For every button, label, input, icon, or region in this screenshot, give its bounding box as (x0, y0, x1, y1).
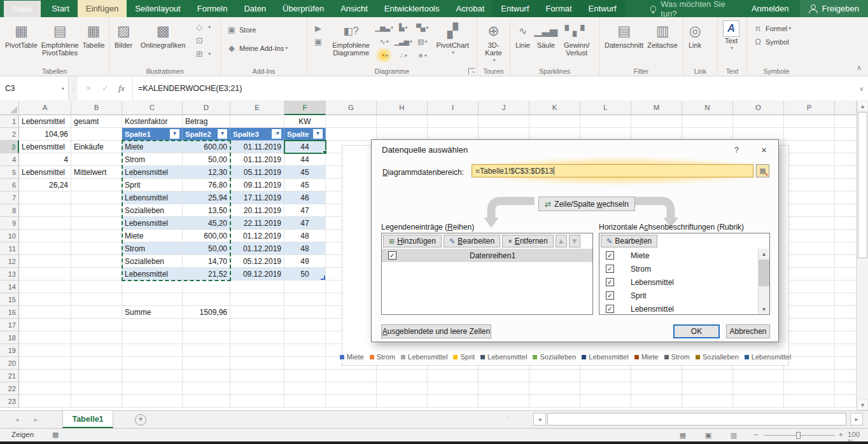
cell-X6[interactable] (835, 179, 857, 191)
row-header-5[interactable]: 5 (0, 166, 19, 179)
ribbon-tab-entwurf[interactable]: Entwurf (580, 0, 625, 17)
cell-M2[interactable] (631, 128, 682, 141)
radar-chart-icon[interactable]: ∗▾ (412, 48, 431, 62)
ribbon-tab-überprüfen[interactable]: Überprüfen (274, 0, 332, 17)
edit-categories-button[interactable]: ✎Bearbeiten (601, 235, 657, 247)
cell-N23[interactable] (682, 395, 733, 408)
cell-A15[interactable] (19, 293, 71, 306)
cell-B17[interactable] (71, 319, 122, 331)
cell-J21[interactable] (479, 370, 529, 382)
cell-A14[interactable] (19, 281, 71, 293)
cell-C5[interactable]: Lebensmittel (122, 166, 183, 179)
cell-P12[interactable] (784, 255, 835, 268)
cell-X8[interactable] (835, 204, 857, 217)
cell-O2[interactable] (733, 128, 784, 141)
column-header-P[interactable]: P (784, 101, 835, 115)
cell-D14[interactable] (183, 281, 230, 293)
page-break-view-icon[interactable]: ▥ (727, 430, 741, 440)
cell-L22[interactable] (580, 382, 631, 395)
cell-F4[interactable]: 44 (284, 153, 326, 166)
cell-A9[interactable] (19, 217, 71, 230)
row-header-9[interactable]: 9 (0, 217, 19, 230)
cell-P17[interactable] (784, 319, 835, 331)
cell-P21[interactable] (784, 370, 835, 382)
switch-row-column-button[interactable]: ⇄Zeile/Spalte wechseln (538, 197, 635, 211)
store-button[interactable]: ▣Store (224, 23, 290, 36)
cell-X20[interactable] (835, 357, 857, 370)
cell-D7[interactable]: 25,94 (183, 191, 230, 204)
cell-C11[interactable]: Strom (122, 242, 183, 255)
row-header-8[interactable]: 8 (0, 204, 19, 217)
cell-E7[interactable]: 17.11.2019 (230, 191, 284, 204)
cell-D19[interactable] (183, 344, 230, 357)
cell-G1[interactable] (326, 115, 377, 128)
column-chart-icon[interactable]: ▁▅▃▾ (374, 20, 393, 34)
cell-F10[interactable]: 48 (284, 230, 326, 242)
column-header-K[interactable]: K (529, 101, 580, 115)
cell-X1[interactable] (835, 115, 857, 128)
cell-B4[interactable] (71, 153, 122, 166)
scroll-down-icon[interactable]: ▼ (857, 399, 868, 410)
horizontal-scroll-thumb[interactable] (547, 413, 846, 426)
my-addins-button[interactable]: ◆Meine Add-Ins▾ (224, 41, 290, 55)
vertical-scroll-thumb[interactable] (858, 112, 867, 258)
row-header-17[interactable]: 17 (0, 319, 19, 331)
addin-embed-button[interactable]: ▣ (311, 35, 328, 48)
checkbox[interactable]: ✓ (606, 305, 614, 313)
column-header-J[interactable]: J (479, 101, 529, 115)
series-listbox[interactable]: ✓Datenreihen1 (381, 249, 593, 315)
cell-G23[interactable] (326, 395, 377, 408)
sparkline-line-button[interactable]: ∿Linie (514, 19, 532, 49)
shapes-button[interactable]: ◇▾ (192, 20, 213, 34)
name-box-dropdown-icon[interactable]: ▾ (62, 86, 64, 92)
cell-F6[interactable]: 45 (284, 179, 326, 191)
cell-F13[interactable]: 50 (284, 268, 326, 281)
new-sheet-icon[interactable]: + (135, 414, 146, 426)
list-item[interactable]: ✓Miete (599, 249, 769, 262)
cell-E19[interactable] (230, 344, 284, 357)
cell-D9[interactable]: 45,20 (183, 217, 230, 230)
cell-E18[interactable] (230, 331, 284, 344)
checkbox[interactable]: ✓ (606, 291, 614, 300)
cell-B15[interactable] (71, 293, 122, 306)
cell-X2[interactable] (835, 128, 857, 141)
recommended-pivottables-button[interactable]: ▤Empfohlene PivotTables (39, 19, 81, 57)
scroll-up-icon[interactable]: ▲ (759, 249, 769, 259)
cell-C17[interactable] (122, 319, 183, 331)
cell-E4[interactable]: 01.11.2019 (230, 153, 284, 166)
cell-A3[interactable]: Lebensmittel (19, 141, 71, 153)
cell-D8[interactable]: 13,50 (183, 204, 230, 217)
cell-F8[interactable]: 47 (284, 204, 326, 217)
cell-X19[interactable] (835, 344, 857, 357)
cell-O22[interactable] (733, 382, 784, 395)
cell-D16[interactable]: 1509,96 (183, 306, 230, 319)
cell-E3[interactable]: 01.11.2019 (230, 141, 284, 153)
sort-filter-icon[interactable]: ↓▾ (272, 129, 281, 139)
cell-A5[interactable]: Lebensmittel (19, 166, 71, 179)
row-header-12[interactable]: 12 (0, 255, 19, 268)
zoom-in-icon[interactable]: + (839, 431, 843, 438)
row-header-22[interactable]: 22 (0, 382, 19, 395)
link-button[interactable]: ◎Link (687, 19, 703, 49)
cell-X21[interactable] (835, 370, 857, 382)
cell-P22[interactable] (784, 382, 835, 395)
cell-I23[interactable] (428, 395, 479, 408)
cell-C23[interactable] (122, 395, 183, 408)
chart-data-range-input[interactable]: =Tabelle1!$C$3:$D$13 (472, 164, 753, 177)
cell-K1[interactable] (529, 115, 580, 128)
scroll-down-icon[interactable]: ▼ (759, 304, 769, 314)
row-header-19[interactable]: 19 (0, 344, 19, 357)
cell-C21[interactable] (122, 370, 183, 382)
cell-E11[interactable]: 01.12.2019 (230, 242, 284, 255)
cell-X7[interactable] (835, 191, 857, 204)
cell-D22[interactable] (183, 382, 230, 395)
cell-A20[interactable] (19, 357, 71, 370)
cell-A13[interactable] (19, 268, 71, 281)
cell-E20[interactable] (230, 357, 284, 370)
cell-F16[interactable] (284, 306, 326, 319)
cell-E10[interactable]: 01.12.2019 (230, 230, 284, 242)
cell-B9[interactable] (71, 217, 122, 230)
cell-B1[interactable]: gesamt (71, 115, 122, 128)
cell-D11[interactable]: 50,00 (183, 242, 230, 255)
ribbon-tab-einfügen[interactable]: Einfügen (78, 0, 127, 17)
